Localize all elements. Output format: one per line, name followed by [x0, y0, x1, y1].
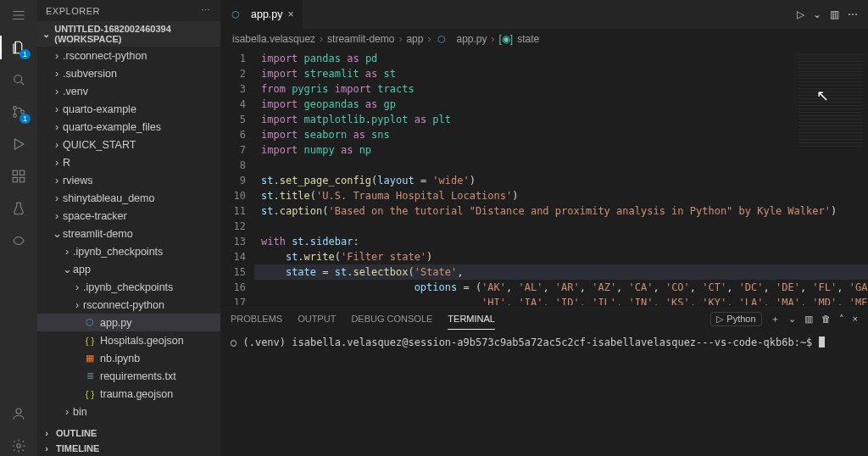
menu-icon[interactable]	[8, 5, 29, 25]
tree-label: quarto-example	[63, 103, 136, 115]
panel-tabs: PROBLEMS OUTPUT DEBUG CONSOLE TERMINAL ▷…	[220, 306, 868, 331]
chevron-down-icon: ⌄	[41, 29, 51, 40]
tab-terminal[interactable]: TERMINAL	[448, 309, 495, 330]
workspace-header[interactable]: ⌄ UNTITLED-1682002460394 (WORKSPACE)	[37, 21, 220, 47]
panel-actions: ▷ Python ＋ ⌄ ▥ 🗑 ˄ ×	[710, 312, 858, 326]
timeline-section[interactable]: › TIMELINE	[37, 441, 220, 456]
tree-label: app	[73, 264, 91, 275]
remote-icon[interactable]	[8, 231, 29, 251]
chevron-down-icon[interactable]: ⌄	[813, 8, 821, 20]
folder-row[interactable]: ⌄app	[37, 260, 220, 278]
folder-row[interactable]: ›.venv	[37, 82, 220, 100]
minimap[interactable]	[793, 49, 868, 176]
run-icon[interactable]: ▷	[797, 8, 804, 20]
code-content[interactable]: import pandas as pdimport streamlit as s…	[254, 49, 868, 305]
file-row[interactable]: ≣requirements.txt	[37, 367, 220, 385]
folder-row[interactable]: ›space-tracker	[37, 207, 220, 225]
explorer-icon[interactable]: 1	[8, 37, 29, 58]
symbol-icon: [◉]	[498, 33, 513, 45]
tree-label: .ipynb_checkpoints	[83, 281, 173, 293]
close-icon[interactable]: ×	[288, 8, 294, 20]
tree-label: trauma.geojson	[100, 388, 173, 400]
folder-row[interactable]: ›.ipynb_checkpoints	[37, 278, 220, 296]
terminal[interactable]: ○ (.venv) isabella.velasquez@session-a9b…	[220, 331, 868, 456]
svg-rect-4	[13, 170, 17, 175]
python-file-icon: ⬡	[229, 8, 242, 21]
tree-label: requirements.txt	[100, 370, 176, 382]
twisty-icon: ›	[51, 139, 63, 151]
crumb[interactable]: app	[406, 33, 423, 45]
split-editor-icon[interactable]: ▥	[830, 8, 839, 20]
notebook-file-icon: ▦	[83, 352, 97, 365]
folder-row[interactable]: ›.rsconnect-python	[37, 47, 220, 64]
testing-icon[interactable]	[8, 198, 29, 219]
folder-row[interactable]: ›quarto-example	[37, 100, 220, 118]
tree-label: .ipynb_checkpoints	[73, 246, 163, 258]
folder-row[interactable]: ›shinytableau_demo	[37, 189, 220, 207]
twisty-icon: ⌄	[61, 263, 73, 275]
outline-section[interactable]: › OUTLINE	[37, 425, 220, 441]
explorer-sidebar: EXPLORER ⋯ ⌄ UNTITLED-1682002460394 (WOR…	[37, 0, 220, 456]
folder-row[interactable]: ›.subversion	[37, 64, 220, 82]
twisty-icon: ›	[61, 406, 73, 418]
tab-problems[interactable]: PROBLEMS	[231, 309, 282, 329]
tab-output[interactable]: OUTPUT	[298, 309, 336, 329]
folder-row[interactable]: ›rviews	[37, 171, 220, 189]
folder-row[interactable]: ⌄streamlit-demo	[37, 225, 220, 242]
launch-icon: ▷	[716, 314, 723, 325]
folder-row[interactable]: ›R	[37, 153, 220, 171]
chevron-down-icon[interactable]: ⌄	[788, 314, 796, 325]
terminal-prompt: (.venv) isabella.velasquez@session-a9b57…	[242, 336, 818, 348]
accounts-icon[interactable]	[8, 403, 29, 424]
file-row[interactable]: ⬡app.py	[37, 314, 220, 331]
crumb[interactable]: isabella.velasquez	[232, 33, 315, 45]
tab-label: app.py	[251, 8, 283, 20]
folder-row[interactable]: ›bin	[37, 403, 220, 420]
trash-icon[interactable]: 🗑	[821, 314, 831, 324]
explorer-title: EXPLORER	[46, 6, 100, 16]
file-row[interactable]: { }trauma.geojson	[37, 385, 220, 403]
folder-row[interactable]: ›.ipynb_checkpoints	[37, 242, 220, 260]
tree-label: R	[63, 157, 70, 169]
search-icon[interactable]	[8, 70, 29, 90]
split-terminal-icon[interactable]: ▥	[804, 314, 813, 325]
tab-app-py[interactable]: ⬡ app.py ×	[220, 0, 303, 29]
code-editor[interactable]: 12345678910111213141516171819202122 impo…	[220, 49, 868, 305]
more-icon[interactable]: ⋯	[848, 8, 860, 20]
twisty-icon: ›	[51, 210, 63, 222]
twisty-icon: ›	[71, 299, 83, 311]
crumb[interactable]: streamlit-demo	[327, 33, 394, 45]
file-tree: ›.rsconnect-python›.subversion›.venv›qua…	[37, 47, 220, 425]
file-row[interactable]: { }Hospitals.geojson	[37, 331, 220, 349]
file-row[interactable]: ▦nb.ipynb	[37, 349, 220, 367]
json-file-icon: { }	[83, 334, 97, 348]
new-terminal-icon[interactable]: ＋	[771, 313, 780, 325]
crumb[interactable]: app.py	[456, 33, 487, 45]
extensions-icon[interactable]	[8, 166, 29, 186]
source-control-icon[interactable]: 1	[8, 102, 29, 122]
twisty-icon: ›	[51, 121, 63, 133]
explorer-more-icon[interactable]: ⋯	[201, 5, 212, 16]
run-debug-icon[interactable]	[8, 134, 29, 154]
twisty-icon: ›	[51, 103, 63, 115]
folder-row[interactable]: ›QUICK_START	[37, 136, 220, 153]
bottom-panel: PROBLEMS OUTPUT DEBUG CONSOLE TERMINAL ▷…	[220, 305, 868, 456]
maximize-panel-icon[interactable]: ˄	[839, 314, 844, 325]
tree-label: nb.ipynb	[100, 353, 140, 364]
terminal-cursor	[819, 336, 825, 348]
terminal-launcher[interactable]: ▷ Python	[710, 312, 761, 326]
crumb[interactable]: state	[517, 33, 539, 45]
folder-row[interactable]: ›rsconnect-python	[37, 296, 220, 314]
folder-row[interactable]: ›quarto-example_files	[37, 118, 220, 136]
svg-rect-5	[20, 170, 25, 175]
workspace-name: UNTITLED-1682002460394 (WORKSPACE)	[54, 24, 217, 44]
tree-label: space-tracker	[63, 210, 127, 222]
tab-debug-console[interactable]: DEBUG CONSOLE	[351, 309, 432, 329]
explorer-header: EXPLORER ⋯	[37, 0, 220, 21]
close-panel-icon[interactable]: ×	[853, 314, 858, 324]
tree-label: .rsconnect-python	[63, 50, 147, 62]
tree-label: .subversion	[63, 68, 117, 80]
breadcrumbs[interactable]: isabella.velasquez› streamlit-demo› app›…	[220, 29, 868, 49]
twisty-icon: ›	[51, 157, 63, 169]
settings-gear-icon[interactable]	[8, 436, 29, 456]
